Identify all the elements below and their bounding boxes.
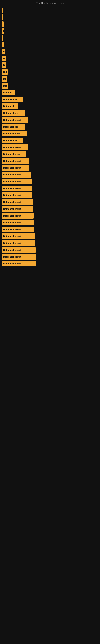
bar-label: Bottleneck result bbox=[3, 194, 21, 196]
bar-row: Bottleneck result bbox=[0, 199, 100, 205]
bar: Bottleneck re bbox=[2, 138, 23, 143]
bar: Bottleneck result bbox=[2, 261, 36, 266]
bar: Bottleneck res bbox=[2, 110, 25, 116]
bar-label: Bottleneck result bbox=[3, 180, 21, 183]
bar-label: B bbox=[3, 57, 5, 60]
bar: Bottleneck result bbox=[2, 144, 28, 150]
bar-label: B bbox=[3, 30, 4, 32]
bars-container: BBBBoBotBoBotBottleneBottleneck reBottle… bbox=[0, 6, 100, 268]
bar-row bbox=[0, 42, 100, 48]
bar: Bottleneck result bbox=[2, 158, 29, 164]
bar-label: Bo bbox=[3, 78, 6, 80]
bar: Bot bbox=[2, 83, 8, 88]
bar-row: Bottleneck bbox=[0, 104, 100, 109]
bar-label: Bottleneck bbox=[3, 105, 14, 108]
bar-row bbox=[0, 35, 100, 41]
bar-row: Bot bbox=[0, 83, 100, 88]
bar-label: Bo bbox=[3, 64, 6, 66]
bar-label: Bottleneck re bbox=[3, 139, 17, 142]
bar-label: Bottleneck result bbox=[3, 256, 21, 258]
site-title: TheBottlenecker.com bbox=[0, 0, 100, 6]
bar: Bottleneck re bbox=[2, 96, 23, 102]
bar-label: Bottleneck result bbox=[3, 174, 21, 176]
bar-row: Bottleneck result bbox=[0, 172, 100, 178]
bar-label: Bottleneck result bbox=[3, 249, 21, 251]
bar-row: Bottleneck result bbox=[0, 165, 100, 171]
bar-label: Bottleneck resu bbox=[3, 153, 20, 155]
bar: Bottleneck result bbox=[2, 186, 32, 191]
bar-label: Bottleneck result bbox=[3, 187, 21, 190]
bar-label: Bot bbox=[3, 71, 7, 73]
bar-row: Bottleneck result bbox=[0, 254, 100, 260]
bar: Bo bbox=[2, 76, 7, 82]
bar: B bbox=[2, 49, 5, 54]
bar: Bottleneck result bbox=[2, 247, 36, 253]
bar-row: Bottleneck result bbox=[0, 234, 100, 239]
bar: Bottleneck result bbox=[2, 165, 29, 171]
bar: Bottleneck result bbox=[2, 220, 34, 226]
bar-label: Bottleneck result bbox=[3, 222, 21, 224]
bar-label: Bottleneck result bbox=[3, 146, 21, 148]
bar: Bottleneck result bbox=[2, 240, 35, 246]
bar: Bottleneck result bbox=[2, 179, 32, 184]
bar: Bottlene bbox=[2, 90, 15, 96]
bar-row bbox=[0, 14, 100, 20]
bar-row: Bottleneck result bbox=[0, 261, 100, 266]
bar bbox=[2, 21, 3, 27]
bar-row: Bottleneck result bbox=[0, 226, 100, 232]
bar: Bottleneck resu bbox=[2, 151, 26, 157]
bar-row: Bot bbox=[0, 69, 100, 75]
bar-label: Bottleneck res bbox=[3, 126, 18, 128]
bar-label: Bottleneck result bbox=[3, 167, 21, 169]
bar-row: Bottleneck result bbox=[0, 220, 100, 226]
bar: Bo bbox=[2, 62, 6, 68]
bar-label: Bottleneck re bbox=[3, 98, 17, 100]
bar-row: Bottleneck result bbox=[0, 206, 100, 212]
bar: Bottleneck result bbox=[2, 206, 33, 212]
bar-row bbox=[0, 8, 100, 13]
bar-label: Bottleneck result bbox=[3, 208, 21, 210]
bar-label: Bottleneck result bbox=[3, 235, 21, 238]
bar: Bottleneck resul bbox=[2, 131, 27, 136]
bar: Bottleneck res bbox=[2, 124, 25, 130]
bar: Bot bbox=[2, 69, 8, 75]
bar-row: Bottleneck result bbox=[0, 247, 100, 253]
bar-row: Bottleneck result bbox=[0, 179, 100, 184]
bar-row: B bbox=[0, 49, 100, 54]
bar-row: Bottleneck res bbox=[0, 110, 100, 116]
bar: B bbox=[2, 28, 4, 34]
bar-label: Bottleneck result bbox=[3, 160, 21, 162]
bar-label: B bbox=[3, 50, 5, 53]
bar-row: Bo bbox=[0, 62, 100, 68]
bar-row: Bottleneck result bbox=[0, 186, 100, 191]
bar-label: Bottleneck res bbox=[3, 112, 18, 114]
bar: Bottleneck result bbox=[2, 213, 34, 218]
bar-row: Bottleneck result bbox=[0, 158, 100, 164]
bar: Bottleneck result bbox=[2, 117, 28, 123]
bar: Bottleneck result bbox=[2, 192, 32, 198]
bar-row: Bottleneck result bbox=[0, 192, 100, 198]
bar-row: Bottleneck result bbox=[0, 240, 100, 246]
bar-row bbox=[0, 21, 100, 27]
bar: Bottleneck result bbox=[2, 254, 36, 260]
bar-row: Bottleneck result bbox=[0, 213, 100, 218]
bar-label: Bottleneck result bbox=[3, 201, 21, 203]
bar-row: Bottleneck re bbox=[0, 138, 100, 143]
bar-label: Bottleneck result bbox=[3, 262, 21, 265]
bar-row: Bottleneck resul bbox=[0, 131, 100, 136]
bar bbox=[2, 42, 4, 48]
bar-row: Bottleneck res bbox=[0, 124, 100, 130]
bar-label: Bottleneck result bbox=[3, 214, 21, 217]
bar: Bottleneck result bbox=[2, 199, 33, 205]
bar-label: Bottlene bbox=[3, 91, 12, 94]
bar-label: Bot bbox=[3, 84, 7, 87]
bar: Bottleneck result bbox=[2, 172, 31, 178]
bar-row: Bottleneck result bbox=[0, 117, 100, 123]
bar bbox=[2, 14, 3, 20]
bar-label: Bottleneck result bbox=[3, 242, 21, 244]
bar: Bottleneck bbox=[2, 104, 18, 109]
bar: Bottleneck result bbox=[2, 226, 34, 232]
bar-row: Bo bbox=[0, 76, 100, 82]
bar-row: B bbox=[0, 56, 100, 61]
bar bbox=[2, 8, 3, 13]
